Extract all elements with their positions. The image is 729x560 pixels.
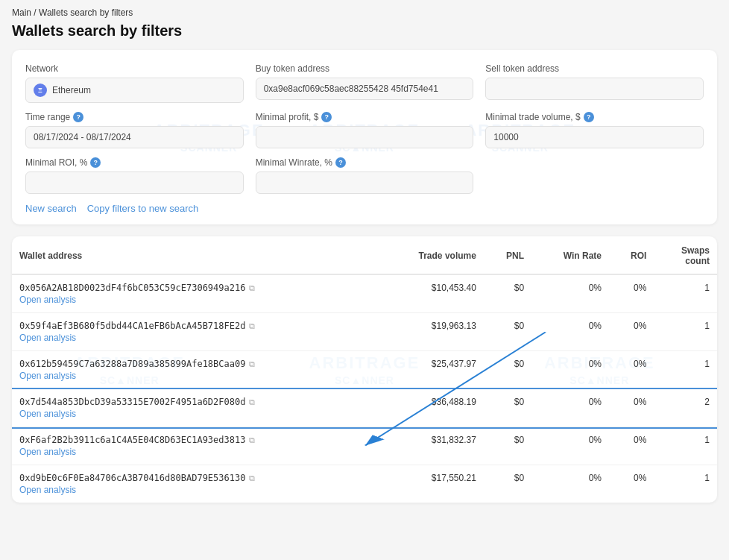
- data-cell-0-3: 0%: [609, 274, 654, 313]
- min-profit-input[interactable]: [256, 126, 474, 148]
- min-trade-vol-help-icon[interactable]: ?: [584, 112, 594, 122]
- wallets-table: Wallet address Trade volume PNL Win Rate…: [12, 236, 717, 503]
- data-cell-3-4: 2: [654, 389, 717, 427]
- data-cell-1-4: 1: [654, 313, 717, 351]
- col-roi: ROI: [609, 236, 654, 274]
- filter-empty: [485, 157, 704, 194]
- wallet-cell-2: 0x612b59459C7a63288a7D89a385899Afe18BCaa…: [12, 351, 378, 389]
- data-cell-4-4: 1: [654, 427, 717, 465]
- min-winrate-help-icon[interactable]: ?: [335, 157, 346, 168]
- data-cell-4-3: 0%: [609, 427, 654, 465]
- data-cell-2-3: 0%: [609, 351, 654, 389]
- buy-token-label: Buy token address: [256, 63, 474, 74]
- filter-min-trade-vol: Minimal trade volume, $ ?: [485, 112, 704, 148]
- copy-address-icon-5[interactable]: ⧉: [249, 474, 255, 483]
- open-analysis-link-2[interactable]: Open analysis: [19, 371, 76, 381]
- data-cell-3-2: 0%: [531, 389, 609, 427]
- new-search-link[interactable]: New search: [25, 203, 77, 214]
- buy-token-input[interactable]: [256, 78, 474, 100]
- page-title: Wallets search by filters: [12, 22, 717, 40]
- table-card: ARBITRAGE SC▲NNER ARBITRAGE SC▲NNER ARBI…: [12, 236, 717, 503]
- wallet-address-text-4: 0xF6af2B2b3911c6a1C4A5E04C8D63EC1A93ed38…: [19, 435, 245, 445]
- time-range-input[interactable]: [25, 126, 244, 148]
- wallet-address-1: 0x59f4aEf3B680f5dbd44CA1eFB6bAcA45B718FE…: [19, 321, 370, 331]
- table-header: Wallet address Trade volume PNL Win Rate…: [12, 236, 717, 274]
- copy-filters-link[interactable]: Copy filters to new search: [87, 203, 199, 214]
- wallet-address-text-0: 0x056A2AB18D0023dF4f6bC053C59cE7306949a2…: [19, 283, 245, 293]
- open-analysis-link-3[interactable]: Open analysis: [19, 409, 76, 419]
- min-trade-vol-label: Minimal trade volume, $ ?: [485, 112, 704, 122]
- copy-address-icon-0[interactable]: ⧉: [249, 283, 255, 293]
- col-win-rate: Win Rate: [531, 236, 609, 274]
- wallet-address-2: 0x612b59459C7a63288a7D89a385899Afe18BCaa…: [19, 359, 370, 369]
- wallet-cell-3: 0x7d544a853DbcD39a53315E7002F4951a6D2F08…: [12, 389, 378, 427]
- copy-address-icon-3[interactable]: ⧉: [249, 397, 255, 407]
- page-wrapper: Main / Wallets search by filters Wallets…: [0, 0, 729, 520]
- wallet-cell-4: 0xF6af2B2b3911c6a1C4A5E04C8D63EC1A93ed38…: [12, 427, 378, 465]
- wallet-address-4: 0xF6af2B2b3911c6a1C4A5E04C8D63EC1A93ed38…: [19, 435, 370, 445]
- data-cell-3-3: 0%: [609, 389, 654, 427]
- filters-grid: Network Ξ Ethereum Buy token address Sel…: [25, 63, 704, 194]
- min-profit-label: Minimal profit, $ ?: [256, 112, 474, 122]
- sell-token-label: Sell token address: [485, 63, 704, 74]
- wallet-address-3: 0x7d544a853DbcD39a53315E7002F4951a6D2F08…: [19, 397, 370, 407]
- min-winrate-label: Minimal Winrate, % ?: [256, 157, 474, 168]
- data-cell-5-0: $17,550.21: [378, 465, 484, 503]
- breadcrumb-main[interactable]: Main: [12, 7, 31, 18]
- open-analysis-link-4[interactable]: Open analysis: [19, 447, 76, 457]
- filter-min-profit: Minimal profit, $ ?: [256, 112, 474, 148]
- copy-address-icon-1[interactable]: ⧉: [249, 321, 255, 331]
- filters-card: ARBITRAGE SCANNER ARBITRAGE SC▲NNER ARBI…: [12, 50, 717, 224]
- data-cell-3-1: $0: [484, 389, 531, 427]
- filter-buy-token: Buy token address: [256, 63, 474, 103]
- copy-address-icon-2[interactable]: ⧉: [249, 359, 255, 369]
- open-analysis-link-0[interactable]: Open analysis: [19, 295, 76, 305]
- sell-token-input[interactable]: [485, 78, 704, 100]
- data-cell-1-1: $0: [484, 313, 531, 351]
- filter-actions: New search Copy filters to new search: [25, 203, 704, 214]
- breadcrumb: Main / Wallets search by filters: [12, 7, 717, 18]
- table-row: 0xF6af2B2b3911c6a1C4A5E04C8D63EC1A93ed38…: [12, 427, 717, 465]
- wallet-cell-5: 0xd9bE0c6F0Ea84706cA3B70416d80BAD79E5361…: [12, 465, 378, 503]
- open-analysis-link-1[interactable]: Open analysis: [19, 333, 76, 343]
- wallet-address-text-1: 0x59f4aEf3B680f5dbd44CA1eFB6bAcA45B718FE…: [19, 321, 245, 331]
- min-roi-input[interactable]: [25, 172, 244, 194]
- min-profit-help-icon[interactable]: ?: [321, 112, 332, 122]
- wallet-address-text-3: 0x7d544a853DbcD39a53315E7002F4951a6D2F08…: [19, 397, 245, 407]
- col-trade-volume: Trade volume: [378, 236, 484, 274]
- data-cell-0-0: $10,453.40: [378, 274, 484, 313]
- data-cell-0-2: 0%: [531, 274, 609, 313]
- time-range-help-icon[interactable]: ?: [73, 112, 83, 122]
- ethereum-icon: Ξ: [34, 84, 47, 97]
- data-cell-2-2: 0%: [531, 351, 609, 389]
- table-wrapper: Wallet address Trade volume PNL Win Rate…: [12, 236, 717, 503]
- wallet-address-text-5: 0xd9bE0c6F0Ea84706cA3B70416d80BAD79E5361…: [19, 473, 245, 483]
- open-analysis-link-5[interactable]: Open analysis: [19, 485, 76, 495]
- table-row: 0x056A2AB18D0023dF4f6bC053C59cE7306949a2…: [12, 274, 717, 313]
- table-body: 0x056A2AB18D0023dF4f6bC053C59cE7306949a2…: [12, 274, 717, 503]
- data-cell-5-3: 0%: [609, 465, 654, 503]
- min-roi-help-icon[interactable]: ?: [90, 157, 101, 168]
- filter-min-roi: Minimal ROI, % ?: [25, 157, 244, 194]
- min-roi-label: Minimal ROI, % ?: [25, 157, 244, 168]
- network-value: Ethereum: [52, 85, 91, 95]
- wallet-address-0: 0x056A2AB18D0023dF4f6bC053C59cE7306949a2…: [19, 283, 370, 293]
- table-row: 0x7d544a853DbcD39a53315E7002F4951a6D2F08…: [12, 389, 717, 427]
- data-cell-5-2: 0%: [531, 465, 609, 503]
- table-row: 0x59f4aEf3B680f5dbd44CA1eFB6bAcA45B718FE…: [12, 313, 717, 351]
- table-row: 0x612b59459C7a63288a7D89a385899Afe18BCaa…: [12, 351, 717, 389]
- col-wallet-address: Wallet address: [12, 236, 378, 274]
- filter-min-winrate: Minimal Winrate, % ?: [256, 157, 474, 194]
- time-range-label: Time range ?: [25, 112, 244, 122]
- filter-sell-token: Sell token address: [485, 63, 704, 103]
- data-cell-4-0: $31,832.37: [378, 427, 484, 465]
- min-trade-vol-input[interactable]: [485, 126, 704, 148]
- data-cell-4-2: 0%: [531, 427, 609, 465]
- min-winrate-input[interactable]: [256, 172, 474, 194]
- wallet-address-5: 0xd9bE0c6F0Ea84706cA3B70416d80BAD79E5361…: [19, 473, 370, 483]
- network-input[interactable]: Ξ Ethereum: [25, 78, 244, 103]
- table-row: 0xd9bE0c6F0Ea84706cA3B70416d80BAD79E5361…: [12, 465, 717, 503]
- copy-address-icon-4[interactable]: ⧉: [249, 435, 255, 445]
- data-cell-4-1: $0: [484, 427, 531, 465]
- data-cell-1-3: 0%: [609, 313, 654, 351]
